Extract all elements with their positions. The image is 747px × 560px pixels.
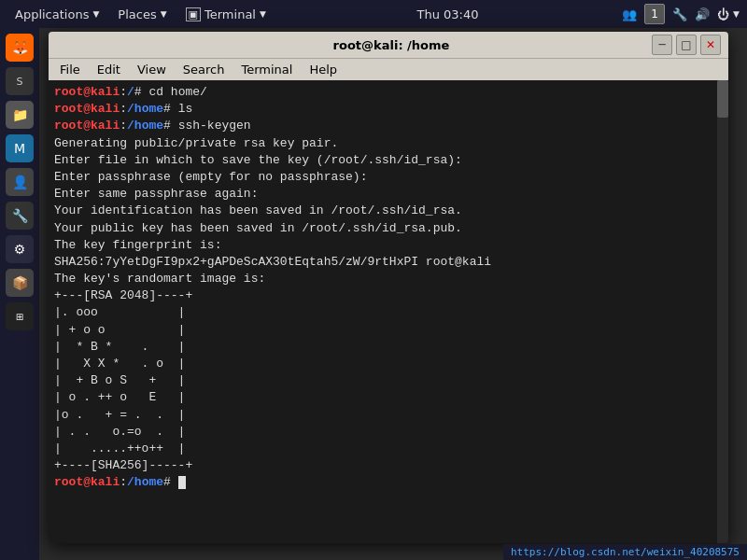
prompt-hash-final: # (163, 475, 171, 489)
taskbar-left: Applications ▼ Places ▼ ▣ Terminal ▼ (7, 6, 274, 23)
terminal-line-12: The key's randomart image is: (54, 271, 723, 287)
terminal-menu-bar: File Edit View Search Terminal Help (49, 58, 728, 80)
terminal-line-13: +---[RSA 2048]----+ (54, 287, 723, 304)
power-caret: ▼ (733, 9, 740, 19)
dock-icon-firefox[interactable]: 🦊 (6, 34, 34, 62)
terminal-window: root@kali: /home ─ □ ✕ File Edit View Se… (49, 32, 728, 543)
dock: 🦊 S 📁 M 👤 🔧 ⚙ 📦 ⊞ (0, 28, 39, 560)
terminal-line-15: | + o o | (54, 322, 723, 339)
applications-label: Applications (15, 7, 89, 21)
menu-terminal[interactable]: Terminal (233, 61, 300, 78)
prompt-path-1: / (127, 85, 134, 99)
terminal-line-19: | o . ++ o E | (54, 389, 723, 406)
prompt-hash-2: # (163, 102, 171, 116)
terminal-line-23: +----[SHA256]-----+ (54, 457, 723, 474)
dock-icon-package[interactable]: 📦 (6, 269, 34, 297)
terminal-line-20: |o . + = . . | (54, 407, 723, 424)
minimize-button[interactable]: ─ (652, 35, 672, 55)
terminal-line-18: | + B o S + | (54, 372, 723, 389)
terminal-line-8: Your identification has been saved in /r… (54, 203, 723, 219)
taskbar-right: 👥 1 🔧 🔊 ⏻ ▼ (622, 4, 740, 24)
people-icon: 👥 (622, 7, 637, 21)
places-caret: ▼ (161, 9, 167, 19)
clock-time: Thu 03:40 (416, 7, 478, 21)
terminal-line-14: |. ooo | (54, 304, 723, 321)
terminal-menu[interactable]: ▣ Terminal ▼ (178, 6, 274, 23)
terminal-content[interactable]: root@kali:/# cd home/ root@kali:/home# l… (49, 80, 728, 543)
terminal-line-11: SHA256:7yYetDgFI9px2+gAPDeScAX30tEqtah5/… (54, 254, 723, 271)
prompt-hash-1: # (134, 85, 142, 99)
menu-search[interactable]: Search (176, 61, 233, 78)
prompt-sep-2: : (120, 102, 127, 116)
volume-icon-area[interactable]: 🔊 (695, 7, 710, 21)
prompt-user-final: root@kali (54, 475, 120, 489)
terminal-line-7: Enter same passphrase again: (54, 186, 723, 203)
cmd-1: cd home/ (142, 85, 207, 99)
terminal-line-16: | * B * . | (54, 339, 723, 356)
terminal-line-17: | X X * . o | (54, 356, 723, 372)
settings-icon-area[interactable]: 🔧 (672, 7, 687, 21)
terminal-line-21: | . . o.=o . | (54, 424, 723, 441)
prompt-sep-final: : (120, 475, 127, 489)
prompt-user-2: root@kali (54, 102, 120, 116)
volume-icon: 🔊 (695, 7, 710, 21)
menu-view[interactable]: View (130, 61, 174, 78)
prompt-path-3: /home (127, 119, 163, 133)
dock-icon-user[interactable]: 👤 (6, 168, 34, 196)
applications-menu[interactable]: Applications ▼ (7, 6, 106, 23)
desktop: 🦊 S 📁 M 👤 🔧 ⚙ 📦 ⊞ root@kali: /home ─ □ ✕… (0, 28, 747, 560)
terminal-caret: ▼ (260, 9, 266, 19)
dock-icon-grid[interactable]: ⊞ (6, 302, 34, 330)
title-bar: root@kali: /home ─ □ ✕ (49, 32, 728, 58)
power-icon-area[interactable]: ⏻ ▼ (717, 7, 740, 21)
status-url: https://blog.csdn.net/weixin_40208575 (511, 546, 740, 558)
maximize-button[interactable]: □ (676, 35, 697, 55)
terminal-label: Terminal (204, 7, 256, 21)
close-button[interactable]: ✕ (700, 35, 721, 55)
dock-icon-s[interactable]: S (6, 67, 34, 95)
menu-edit[interactable]: Edit (90, 61, 128, 78)
terminal-line-3: root@kali:/home# ssh-keygen (54, 118, 723, 134)
prompt-user-3: root@kali (54, 119, 120, 133)
terminal-line-9: Your public key has been saved in /root/… (54, 220, 723, 237)
prompt-hash-3: # (163, 119, 171, 133)
dock-icon-mail[interactable]: M (6, 134, 34, 162)
workspace-number: 1 (651, 7, 658, 21)
prompt-path-2: /home (127, 102, 163, 116)
window-title: root@kali: /home (131, 38, 652, 52)
places-menu[interactable]: Places ▼ (110, 6, 174, 23)
scrollbar-thumb[interactable] (717, 80, 728, 118)
dock-icon-files[interactable]: 📁 (6, 101, 34, 129)
terminal-line-5: Enter file in which to save the key (/ro… (54, 152, 723, 169)
terminal-line-22: | .....++o++ | (54, 441, 723, 457)
prompt-path-final: /home (127, 475, 163, 489)
places-label: Places (118, 7, 156, 21)
dock-icon-gear[interactable]: ⚙ (6, 235, 34, 263)
prompt-sep-3: : (120, 119, 127, 133)
scrollbar[interactable] (717, 80, 728, 543)
wrench-icon: 🔧 (672, 7, 687, 21)
power-icon: ⏻ (717, 7, 729, 21)
cmd-final (171, 475, 178, 489)
taskbar: Applications ▼ Places ▼ ▣ Terminal ▼ Thu… (0, 0, 747, 28)
dock-icon-tool[interactable]: 🔧 (6, 202, 34, 230)
workspace-badge[interactable]: 1 (644, 4, 665, 24)
menu-file[interactable]: File (52, 61, 88, 78)
terminal-line-2: root@kali:/home# ls (54, 101, 723, 118)
terminal-line-24: root@kali:/home# (54, 474, 723, 491)
prompt-user-1: root@kali (54, 85, 120, 99)
terminal-line-1: root@kali:/# cd home/ (54, 84, 723, 101)
terminal-cursor (178, 476, 186, 489)
menu-help[interactable]: Help (302, 61, 345, 78)
terminal-line-6: Enter passphrase (empty for no passphras… (54, 169, 723, 186)
cmd-3: ssh-keygen (171, 119, 251, 133)
cmd-2: ls (171, 102, 192, 116)
terminal-line-4: Generating public/private rsa key pair. (54, 135, 723, 152)
applications-caret: ▼ (92, 9, 99, 19)
terminal-icon: ▣ (186, 7, 201, 21)
prompt-sep-1: : (120, 85, 127, 99)
window-controls: ─ □ ✕ (652, 35, 721, 55)
people-icon-area[interactable]: 👥 (622, 7, 637, 21)
taskbar-clock: Thu 03:40 (416, 7, 478, 21)
status-bar: https://blog.csdn.net/weixin_40208575 (503, 544, 747, 560)
